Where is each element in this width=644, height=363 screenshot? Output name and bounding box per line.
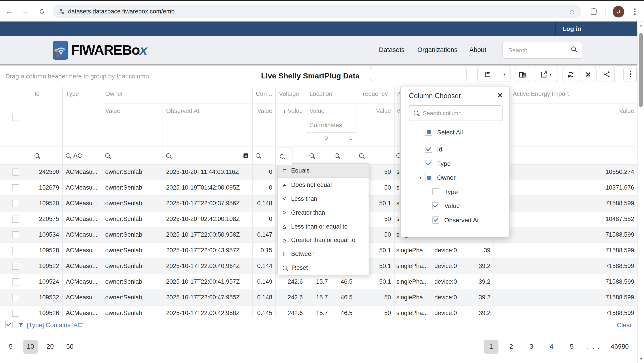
filter-operation-item[interactable]: ≤ Less than or equal to bbox=[278, 219, 368, 233]
filter-clear-link[interactable]: Clear bbox=[617, 317, 632, 332]
clear-button[interactable]: ✕ bbox=[580, 67, 596, 82]
page-size[interactable]: 50 bbox=[63, 340, 77, 353]
page-number[interactable]: 5 bbox=[564, 340, 579, 353]
band-header-current[interactable]: Curr... bbox=[252, 87, 276, 104]
filter-cell-frequency[interactable] bbox=[356, 147, 394, 164]
column-checkbox[interactable] bbox=[432, 188, 439, 195]
filter-operation-item[interactable]: ⊢ Between bbox=[278, 247, 368, 261]
chooser-item[interactable]: Value bbox=[401, 199, 510, 213]
column-header-id[interactable]: Id bbox=[31, 87, 63, 147]
scroll-down-icon[interactable]: ▼ bbox=[638, 357, 644, 361]
page-number[interactable]: 2 bbox=[504, 340, 518, 353]
brand-logo[interactable]: FIWAREBox bbox=[53, 40, 147, 60]
band-header-location[interactable]: Location bbox=[306, 87, 356, 104]
column-header-aei-value[interactable]: Value bbox=[494, 104, 637, 147]
page-number[interactable]: 3 bbox=[524, 340, 538, 353]
filter-cell-aei[interactable] bbox=[494, 147, 637, 164]
chooser-item[interactable]: Type bbox=[401, 156, 510, 171]
extensions-icon[interactable] bbox=[588, 1, 599, 22]
save-state-button[interactable] bbox=[478, 67, 498, 82]
scrollbar[interactable]: ▲ ▼ bbox=[637, 22, 644, 363]
column-header-location-value[interactable]: Value bbox=[306, 104, 356, 118]
calendar-icon[interactable] bbox=[243, 152, 249, 159]
browser-menu-icon[interactable] bbox=[634, 9, 636, 15]
site-settings-icon[interactable] bbox=[59, 8, 66, 15]
search-icon[interactable] bbox=[570, 46, 578, 53]
page-number[interactable]: 46980 bbox=[608, 340, 631, 353]
expand-arrow-icon[interactable]: ▾ bbox=[416, 175, 425, 180]
column-checkbox[interactable] bbox=[425, 146, 432, 153]
page-number[interactable]: . . . bbox=[585, 340, 602, 353]
band-header-frequency[interactable]: Frequency bbox=[356, 87, 394, 104]
filter-cell-type[interactable]: AC bbox=[63, 147, 102, 164]
column-checkbox[interactable] bbox=[425, 174, 432, 181]
chooser-item[interactable]: ▾ Owner bbox=[401, 171, 510, 185]
column-header-owner-value[interactable]: Value bbox=[102, 104, 163, 147]
url-text[interactable]: datasets.dataspace.fiwarebox.com/emb bbox=[68, 5, 175, 18]
filter-cell-id[interactable] bbox=[31, 147, 63, 164]
filter-enabled-checkbox[interactable] bbox=[5, 321, 12, 328]
chooser-item[interactable]: Id bbox=[401, 142, 510, 156]
band-header-active-energy-import[interactable]: Active Energy Import bbox=[494, 87, 637, 104]
column-header-frequency-value[interactable]: Value bbox=[356, 104, 394, 147]
filter-cell-coord1[interactable] bbox=[332, 147, 356, 164]
column-checkbox[interactable] bbox=[425, 160, 432, 167]
page-size[interactable]: 20 bbox=[43, 340, 57, 353]
band-header-coordinates[interactable]: Coordinates bbox=[306, 118, 356, 133]
voltage-filter-cell-active[interactable] bbox=[276, 147, 292, 165]
login-link[interactable]: Log in bbox=[562, 22, 581, 36]
filter-cell-coord0[interactable] bbox=[306, 147, 332, 164]
filter-expression[interactable]: [Type] Contains 'AC' bbox=[18, 317, 83, 332]
nav-about[interactable]: About bbox=[469, 36, 486, 64]
filter-operation-item[interactable]: ≥ Greater than or equal to bbox=[278, 233, 368, 247]
nav-datasets[interactable]: Datasets bbox=[379, 36, 404, 64]
column-search-box[interactable] bbox=[409, 105, 503, 121]
filter-cell-owner-value[interactable] bbox=[102, 147, 163, 164]
select-all-checkbox[interactable] bbox=[12, 114, 19, 121]
filter-operation-item[interactable]: ≠ Does not equal bbox=[278, 178, 368, 192]
chooser-item[interactable]: Type bbox=[401, 185, 510, 199]
column-checkbox[interactable] bbox=[432, 216, 439, 224]
column-search-input[interactable] bbox=[422, 106, 500, 120]
column-header-coord1[interactable]: 1 bbox=[332, 133, 356, 147]
save-menu-button[interactable]: ▾ bbox=[497, 67, 510, 82]
filter-operation-item[interactable]: = Equals bbox=[278, 164, 368, 178]
table-row[interactable]: 109532 ACMeasu... owner:Senlab 2025-10-1… bbox=[0, 290, 637, 306]
profile-avatar[interactable]: J bbox=[613, 6, 624, 18]
bookmark-star-icon[interactable]: ☆ bbox=[569, 5, 575, 18]
select-all-checkbox[interactable] bbox=[425, 129, 432, 136]
column-header-voltage-value[interactable]: ↓ Value bbox=[276, 104, 306, 147]
band-header-owner[interactable]: Owner bbox=[102, 87, 252, 104]
column-chooser-button[interactable] bbox=[514, 67, 530, 82]
column-header-type[interactable]: Type bbox=[63, 87, 102, 147]
grid-search-input[interactable] bbox=[370, 67, 467, 81]
column-header-current-value[interactable]: Value bbox=[252, 104, 276, 147]
filter-operation-item[interactable]: > Greater than bbox=[278, 205, 368, 219]
site-search-box[interactable] bbox=[502, 42, 582, 59]
share-button[interactable] bbox=[599, 67, 615, 82]
page-number[interactable]: 4 bbox=[544, 340, 559, 353]
browser-back-icon[interactable]: ← bbox=[4, 1, 15, 22]
filter-operation-item[interactable]: Reset bbox=[278, 261, 368, 275]
close-icon[interactable]: ✕ bbox=[497, 91, 503, 100]
chooser-item-select-all[interactable]: Select All bbox=[401, 125, 510, 139]
nav-organizations[interactable]: Organizations bbox=[418, 36, 458, 64]
site-search-input[interactable] bbox=[508, 43, 568, 58]
filter-cell-observed-at[interactable] bbox=[163, 147, 252, 164]
browser-reload-icon[interactable] bbox=[36, 1, 48, 22]
scrollbar-thumb[interactable] bbox=[639, 33, 643, 107]
browser-forward-icon[interactable]: → bbox=[20, 1, 31, 22]
page-number[interactable]: 1 bbox=[484, 340, 498, 353]
filter-operation-item[interactable]: < Less than bbox=[278, 192, 368, 206]
chooser-item[interactable]: Observed At bbox=[401, 213, 510, 227]
refresh-button[interactable] bbox=[562, 67, 579, 82]
address-bar[interactable]: datasets.dataspace.fiwarebox.com/emb ☆ bbox=[53, 5, 581, 18]
table-row[interactable]: 109524 ACMeasu... owner:Senlab 2025-10-1… bbox=[0, 274, 637, 290]
column-header-coord0[interactable]: 0 bbox=[306, 133, 332, 147]
column-checkbox[interactable] bbox=[432, 202, 439, 209]
column-header-observed-at[interactable]: Observed At bbox=[163, 104, 252, 147]
page-size[interactable]: 10 bbox=[23, 340, 38, 353]
page-size[interactable]: 5 bbox=[4, 340, 18, 353]
filter-cell-current[interactable] bbox=[252, 147, 276, 164]
scroll-up-icon[interactable]: ▲ bbox=[638, 23, 644, 27]
